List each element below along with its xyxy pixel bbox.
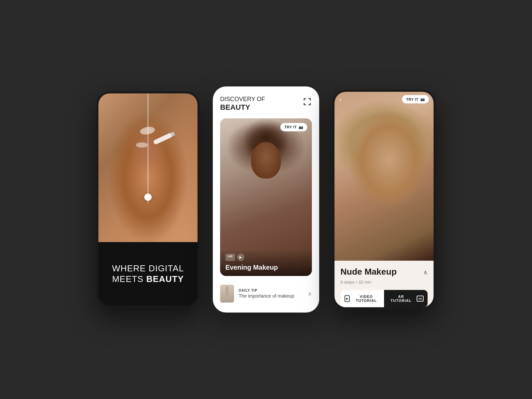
phone-3-content: ‹ TRY IT 📷 Nude Makeup ∧ 6 steps • 32 mi… [334,92,434,307]
tagline-text: WHERE DIGITAL MEETS BEAUTY [112,263,184,285]
phone-3-header-overlay: ‹ TRY IT 📷 [334,95,434,103]
daily-tip-text: DAILY TIP The importance of makeup [239,289,305,299]
comparison-slider-handle[interactable] [144,194,152,201]
camera-icon: 📷 [299,125,304,129]
card-tags: AR ▶ [225,254,307,261]
card-label: Evening Makeup [225,264,307,271]
evening-makeup-card[interactable]: TRY IT 📷 AR ▶ Evening Makeup [220,118,312,276]
chevron-up-icon-3: ∧ [423,269,428,276]
tutorial-buttons: ▶ VIDEO TUTORIAL AR TUTORIAL AR [340,290,428,307]
camera-icon-3: 📷 [420,97,425,101]
phone-1-tagline-area: WHERE DIGITAL MEETS BEAUTY [98,242,198,306]
try-it-button-card[interactable]: TRY IT 📷 [280,123,307,131]
play-tag[interactable]: ▶ [237,254,244,261]
try-it-button-3[interactable]: TRY IT 📷 [402,95,429,103]
makeup-title-row: Nude Makeup ∧ [340,267,428,277]
daily-tip-row[interactable]: DAILY TIP The importance of makeup ∧ [220,281,312,306]
card-overlay: AR ▶ Evening Makeup [220,249,312,276]
back-button[interactable]: ‹ [339,95,341,103]
chevron-up-icon: ∧ [308,291,312,297]
makeup-meta: 6 steps • 32 min [340,280,428,285]
play-icon: ▶ [344,295,350,302]
highlight-patch-2 [136,142,148,148]
daily-tip-label: DAILY TIP [239,289,305,292]
discovery-title: DISCOVERY OF BEAUTY [220,96,265,112]
phone-1-content: WHERE DIGITAL MEETS BEAUTY [98,93,198,306]
phone-screen-2: DISCOVERY OF BEAUTY TRY IT 📷 [213,86,319,313]
phone-2-header: DISCOVERY OF BEAUTY [220,96,312,112]
video-tutorial-button[interactable]: ▶ VIDEO TUTORIAL [340,290,384,307]
phone-1-hero-image [98,93,198,246]
ar-icon: AR [417,296,424,302]
crop-icon[interactable] [303,97,312,106]
daily-tip-thumbnail [220,285,234,303]
ar-tutorial-button[interactable]: AR TUTORIAL AR [384,290,428,307]
daily-tip-description: The importance of makeup [239,293,305,299]
phone-2-content: DISCOVERY OF BEAUTY TRY IT 📷 [213,86,319,313]
nude-makeup-panel: Nude Makeup ∧ 6 steps • 32 min ▶ VIDEO T… [334,261,434,307]
comparison-slider-line [148,93,148,203]
phone-screen-1: WHERE DIGITAL MEETS BEAUTY [96,91,200,308]
woman-face [251,142,281,179]
ar-tag: AR [225,254,235,261]
nude-makeup-photo: ‹ TRY IT 📷 [334,92,434,261]
makeup-title: Nude Makeup [340,267,397,277]
woman-3-face [334,92,434,261]
phone-screen-3: ‹ TRY IT 📷 Nude Makeup ∧ 6 steps • 32 mi… [332,90,436,309]
